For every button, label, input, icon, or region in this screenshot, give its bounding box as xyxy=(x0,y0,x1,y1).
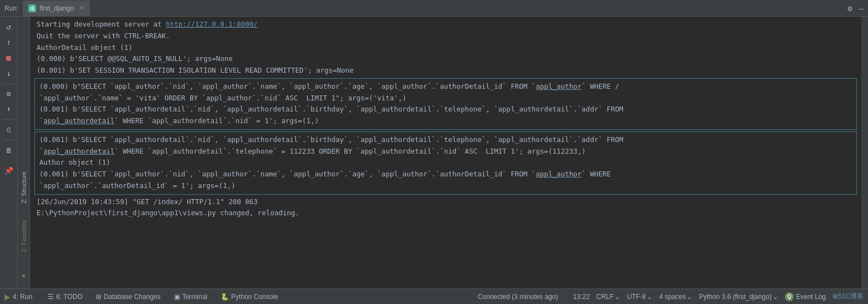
minimize-button[interactable]: — xyxy=(859,4,864,13)
log-line-sql-auto: (0.000) b'SELECT @@SQL_AUTO_IS_NULL'; ar… xyxy=(30,53,861,65)
todo-tab[interactable]: ☰ 6: TODO xyxy=(41,289,89,305)
run-panel-button[interactable]: ▶ 4: Run xyxy=(4,292,32,301)
event-log-icon: Q xyxy=(785,292,794,301)
tab-title: first_django xyxy=(39,4,74,12)
main-layout: ↺ ↑ ■ ↓ ≡ ⬇ ⎙ 🗑 📌 Z: Structure 2: Favori… xyxy=(0,17,868,288)
left-toolbar: ↺ ↑ ■ ↓ ≡ ⬇ ⎙ 🗑 📌 xyxy=(0,17,18,288)
print-button[interactable]: ⎙ xyxy=(2,123,16,136)
database-changes-tab[interactable]: ⊞ Database Changes xyxy=(89,289,167,305)
toolbar-separator-3 xyxy=(3,140,14,140)
log-line-sql-session: (0.001) b'SET SESSION TRANSACTION ISOLAT… xyxy=(30,65,861,77)
top-right-icons: ⚙ — xyxy=(847,4,864,13)
console-output[interactable]: Starting development server at http://12… xyxy=(30,17,861,288)
download-button[interactable]: ⬇ xyxy=(2,103,16,116)
sql-block-1-line2: `appl_author`.`name` = 'vita' ORDER BY `… xyxy=(39,93,852,104)
pin-button[interactable]: 📌 xyxy=(2,164,16,177)
sql-block-1-line1: (0.000) b"SELECT `appl_author`.`nid`, `a… xyxy=(39,81,852,93)
log-line-authordetail-obj: AuthorDetail object (1) xyxy=(30,42,861,54)
appl-authordetail-link-2[interactable]: appl_authordetail xyxy=(44,147,115,155)
sql-block-2-line4: (0.001) b'SELECT `appl_author`.`nid`, `a… xyxy=(39,169,852,180)
log-line-file-change: E:\PythonProject\first_django\app1\views… xyxy=(30,207,861,219)
delete-button[interactable]: 🗑 xyxy=(2,144,16,157)
run-label: 4: Run xyxy=(13,293,32,301)
sql-block-1-line4: `appl_authordetail` WHERE `appl_authorde… xyxy=(39,115,852,127)
python-version[interactable]: Python 3.6 (first_django) ⌄ xyxy=(699,293,778,301)
sql-block-2: (0.001) b'SELECT `appl_authordetail`.`ni… xyxy=(34,131,857,195)
refresh-button[interactable]: ↺ xyxy=(2,20,16,33)
encoding[interactable]: UTF-8 ⌄ xyxy=(627,293,652,301)
side-panel: Z: Structure 2: Favorites ★ xyxy=(18,17,30,288)
first-django-tab[interactable]: dj first_django ✕ xyxy=(23,1,90,16)
star-icon[interactable]: ★ xyxy=(18,268,30,281)
scroll-up-button[interactable]: ↑ xyxy=(2,36,16,49)
terminal-icon: ▣ xyxy=(174,293,180,301)
appl-author-link-2[interactable]: appl_author xyxy=(536,170,582,178)
run-label: Run: xyxy=(4,4,18,12)
scroll-down-button[interactable]: ↓ xyxy=(2,67,16,80)
menu-button[interactable]: ≡ xyxy=(2,87,16,100)
status-bar: ▶ 4: Run ☰ 6: TODO ⊞ Database Changes ▣ … xyxy=(0,288,868,304)
toolbar-separator-2 xyxy=(3,119,14,120)
python-console-label: Python Console xyxy=(231,293,278,301)
log-line-quit: Quit the server with CTRL-BREAK. xyxy=(30,31,861,42)
tab-close-button[interactable]: ✕ xyxy=(79,4,84,12)
log-line-server-start: Starting development server at http://12… xyxy=(30,19,861,31)
terminal-label: Terminal xyxy=(182,293,207,301)
todo-icon: ☰ xyxy=(48,293,54,301)
sql-block-2-line1: (0.001) b'SELECT `appl_authordetail`.`ni… xyxy=(39,134,852,146)
appl-author-link-1[interactable]: appl_author xyxy=(536,82,582,90)
sql-block-1-line3: (0.001) b'SELECT `appl_authordetail`.`ni… xyxy=(39,104,852,115)
tab-bar: Run: dj first_django ✕ ⚙ — xyxy=(0,0,868,17)
time-display: 13:22 xyxy=(573,293,590,301)
sql-block-2-line2: `appl_authordetail` WHERE `appl_authorde… xyxy=(39,146,852,158)
server-url-link[interactable]: http://127.0.0.1:8000/ xyxy=(166,20,258,28)
log-line-get-request: [26/Jun/2019 10:43:59] "GET /index/ HTTP… xyxy=(30,196,861,208)
connected-status: Connected (3 minutes ago) xyxy=(478,293,558,301)
stop-button[interactable]: ■ xyxy=(2,51,16,64)
indent-setting[interactable]: 4 spaces ⌄ xyxy=(659,293,692,301)
run-triangle-icon: ▶ xyxy=(4,292,11,301)
scrollbar[interactable] xyxy=(861,17,868,288)
event-log-label: Event Log xyxy=(796,293,826,301)
db-changes-label: Database Changes xyxy=(104,293,161,301)
status-bar-right: Connected (3 minutes ago) | 13:22 CRLF ⌄… xyxy=(478,292,864,301)
settings-button[interactable]: ⚙ xyxy=(847,4,852,13)
favorites-panel-label[interactable]: 2: Favorites xyxy=(21,220,27,252)
appl-authordetail-link-1[interactable]: appl_authordetail xyxy=(44,116,115,125)
status-bar-left: ▶ 4: Run ☰ 6: TODO ⊞ Database Changes ▣ … xyxy=(4,289,285,305)
sql-block-1: (0.000) b"SELECT `appl_author`.`nid`, `a… xyxy=(34,78,857,130)
log-line-author-obj: Author object (1) xyxy=(39,157,852,169)
python-console-tab[interactable]: 🐍 Python Console xyxy=(214,289,285,305)
python-icon: 🐍 xyxy=(221,293,229,301)
db-icon: ⊞ xyxy=(96,293,101,301)
toolbar-separator-1 xyxy=(3,83,14,84)
line-ending[interactable]: CRLF ⌄ xyxy=(596,293,620,301)
django-icon: dj xyxy=(28,4,36,12)
structure-panel-label[interactable]: Z: Structure xyxy=(21,171,27,203)
sql-block-2-line5: `appl_author`.`authorDetail_id` = 1'; ar… xyxy=(39,180,852,192)
blog-link[interactable]: ⊕51C博客 xyxy=(833,292,864,301)
event-log-button[interactable]: Q Event Log xyxy=(785,292,826,301)
todo-label: 6: TODO xyxy=(56,293,83,301)
terminal-tab[interactable]: ▣ Terminal xyxy=(167,289,214,305)
